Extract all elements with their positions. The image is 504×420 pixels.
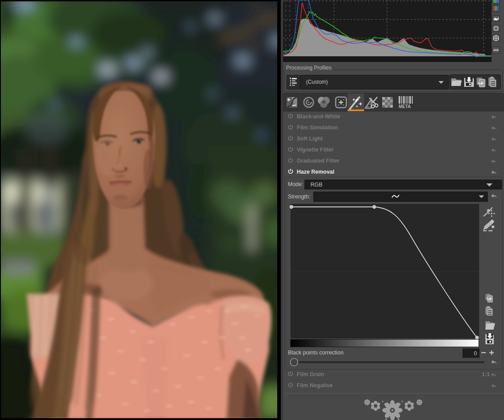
svg-text:Vignette Filter: Vignette Filter [297,147,333,153]
svg-text:Mode:: Mode: [288,181,303,187]
svg-text:Film Negative: Film Negative [297,382,333,389]
svg-text:Film Grain: Film Grain [297,371,324,377]
svg-text:Strength:: Strength: [288,194,310,200]
svg-text:Black points correction: Black points correction [288,350,344,356]
svg-text:Black-and-White: Black-and-White [297,113,340,120]
svg-text:Soft Light: Soft Light [297,136,323,142]
svg-text:1:1: 1:1 [482,371,490,377]
svg-text:Film Simulation: Film Simulation [297,124,338,131]
svg-text:Graduated Filter: Graduated Filter [297,158,340,164]
svg-text:Haze Removal: Haze Removal [297,169,334,175]
svg-text:META: META [399,104,411,109]
svg-text:0: 0 [474,350,477,357]
svg-text:RGB: RGB [310,182,322,188]
